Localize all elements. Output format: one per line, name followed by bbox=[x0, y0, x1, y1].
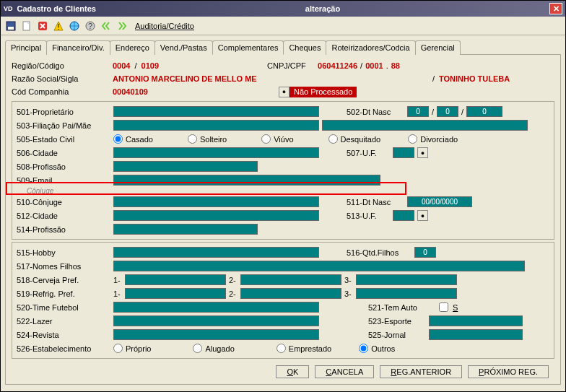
val-cnpj2: 0001 bbox=[365, 61, 383, 70]
input-519-3[interactable] bbox=[356, 288, 457, 299]
lbl-516: 516-Qtd.Filhos bbox=[347, 248, 412, 257]
radio-outros[interactable]: Outros bbox=[359, 344, 395, 353]
val-cnpj3: 88 bbox=[391, 61, 400, 70]
input-510[interactable] bbox=[113, 196, 319, 207]
reg-anterior-button[interactable]: REG.ANTERIOR bbox=[380, 365, 462, 378]
input-507[interactable] bbox=[393, 147, 414, 158]
radio-proprio[interactable]: Próprio bbox=[113, 344, 151, 353]
lbl-518: 518-Cerveja Pref. bbox=[17, 276, 110, 284]
input-518-3[interactable] bbox=[356, 274, 457, 285]
input-512[interactable] bbox=[113, 210, 319, 221]
val-regiao2: 0109 bbox=[142, 61, 159, 70]
lbl-506: 506-Cidade bbox=[17, 149, 110, 157]
input-502-m[interactable]: 0 bbox=[437, 106, 458, 117]
input-518-1[interactable] bbox=[125, 274, 226, 285]
radio-desquitado[interactable]: Desquitado bbox=[328, 134, 381, 144]
lbl-509: 509-Email bbox=[17, 176, 110, 185]
lbl-512: 512-Cidade bbox=[17, 212, 110, 220]
section-extras: 515-Hobby 516-Qtd.Filhos 0 517-Nomes Fil… bbox=[12, 242, 554, 359]
toolbar-prev-icon[interactable] bbox=[99, 19, 113, 33]
lbl-codcomp: Cód Companhia bbox=[12, 87, 113, 96]
input-501[interactable] bbox=[113, 106, 319, 117]
input-509[interactable] bbox=[113, 175, 380, 186]
lbl-521: 521-Tem Auto bbox=[368, 303, 433, 312]
lbl-519-2: 2- bbox=[229, 289, 238, 298]
toolbar-help-icon[interactable]: ? bbox=[83, 19, 97, 33]
window-title: Cadastro de Clientes bbox=[17, 4, 96, 13]
tab-roteirizadores[interactable]: Roteirizadores/Codcia bbox=[326, 40, 415, 55]
svg-text:?: ? bbox=[88, 22, 92, 30]
lbl-511: 511-Dt Nasc bbox=[347, 198, 404, 206]
lbl-519: 519-Refrig. Pref. bbox=[17, 289, 110, 298]
input-523[interactable] bbox=[429, 315, 523, 326]
lbl-501: 501-Proprietário bbox=[17, 108, 110, 116]
close-icon[interactable]: ✕ bbox=[549, 3, 562, 14]
radio-alugado[interactable]: Alugado bbox=[193, 344, 234, 353]
cancela-button[interactable]: CANCELA bbox=[315, 365, 374, 378]
lbl-518-3: 3- bbox=[344, 276, 353, 284]
radio-solteiro[interactable]: Solteiro bbox=[188, 134, 227, 144]
window-subtitle: alteração bbox=[96, 4, 549, 13]
lookup-513-icon[interactable]: ● bbox=[417, 210, 428, 221]
check-521[interactable]: S bbox=[436, 300, 458, 314]
toolbar-next-icon[interactable] bbox=[115, 19, 129, 33]
toolbar-save-icon[interactable] bbox=[4, 19, 18, 33]
ok-button[interactable]: OK bbox=[276, 365, 309, 378]
input-519-2[interactable] bbox=[240, 288, 341, 299]
tab-complementares[interactable]: Complementares bbox=[212, 40, 284, 55]
sep-razao: / bbox=[432, 74, 435, 83]
toolbar-delete-icon[interactable] bbox=[35, 19, 50, 33]
input-506[interactable] bbox=[113, 147, 319, 158]
radio-emprestado[interactable]: Emprestado bbox=[277, 344, 331, 353]
input-522[interactable] bbox=[113, 315, 319, 326]
lbl-507: 507-U.F. bbox=[347, 149, 390, 157]
lbl-526: 526-Estabelecimento bbox=[17, 344, 110, 353]
lbl-518-2: 2- bbox=[229, 276, 238, 284]
toolbar-auditoria-link[interactable]: Auditoria/Crédito bbox=[135, 22, 194, 30]
lbl-519-3: 3- bbox=[344, 289, 353, 298]
sep: / bbox=[134, 61, 136, 70]
tab-cheques[interactable]: Cheques bbox=[283, 40, 326, 55]
input-524[interactable] bbox=[113, 329, 319, 340]
toolbar-warning-icon[interactable]: ! bbox=[51, 19, 66, 33]
input-502-y[interactable]: 0 bbox=[466, 106, 502, 117]
input-514[interactable] bbox=[113, 224, 258, 235]
input-503a[interactable] bbox=[113, 120, 319, 131]
lbl-505: 505-Estado Civil bbox=[17, 135, 110, 144]
input-518-2[interactable] bbox=[240, 274, 341, 285]
radio-viuvo[interactable]: Viúvo bbox=[261, 134, 293, 144]
tab-financeiro[interactable]: Financeiro/Div. bbox=[46, 40, 110, 55]
input-508[interactable] bbox=[113, 161, 258, 172]
window: VD Cadastro de Clientes alteração ✕ ! ? … bbox=[0, 0, 566, 392]
val-codcomp: 00040109 bbox=[113, 87, 279, 96]
tab-endereco[interactable]: Endereço bbox=[110, 40, 155, 55]
input-502-d[interactable]: 0 bbox=[407, 106, 429, 117]
radio-divorciado[interactable]: Divorciado bbox=[408, 134, 458, 144]
input-519-1[interactable] bbox=[125, 288, 226, 299]
lookup-codcomp-icon[interactable]: ● bbox=[279, 87, 289, 97]
lbl-510: 510-Cônjuge bbox=[17, 198, 110, 206]
tab-gerencial[interactable]: Gerencial bbox=[415, 40, 461, 55]
val-regiao1: 0004 bbox=[113, 61, 130, 70]
tab-vend-pastas[interactable]: Vend./Pastas bbox=[154, 40, 213, 55]
svg-rect-1 bbox=[8, 27, 14, 30]
proximo-reg-button[interactable]: PRÓXIMO REG. bbox=[468, 365, 549, 378]
input-503b[interactable] bbox=[322, 120, 528, 131]
toolbar-doc-icon[interactable] bbox=[19, 19, 34, 33]
input-511[interactable]: 00/00/0000 bbox=[407, 196, 472, 207]
tab-principal[interactable]: Principal bbox=[5, 40, 47, 55]
input-515[interactable] bbox=[113, 247, 319, 258]
input-520[interactable] bbox=[113, 302, 319, 313]
svg-text:!: ! bbox=[57, 22, 59, 31]
radio-casado[interactable]: Casado bbox=[113, 134, 153, 144]
input-513[interactable] bbox=[393, 210, 414, 221]
input-525[interactable] bbox=[429, 329, 523, 340]
lbl-523: 523-Esporte bbox=[368, 317, 426, 326]
input-516[interactable]: 0 bbox=[414, 247, 436, 258]
toolbar-globe-icon[interactable] bbox=[67, 19, 82, 33]
lookup-507-icon[interactable]: ● bbox=[417, 147, 428, 158]
val-razao: ANTONIO MARCELINO DE MELLO ME bbox=[113, 74, 257, 83]
val-cnpj1: 060411246 bbox=[318, 61, 357, 70]
lbl-513: 513-U.F. bbox=[347, 212, 390, 220]
input-517[interactable] bbox=[113, 261, 525, 271]
